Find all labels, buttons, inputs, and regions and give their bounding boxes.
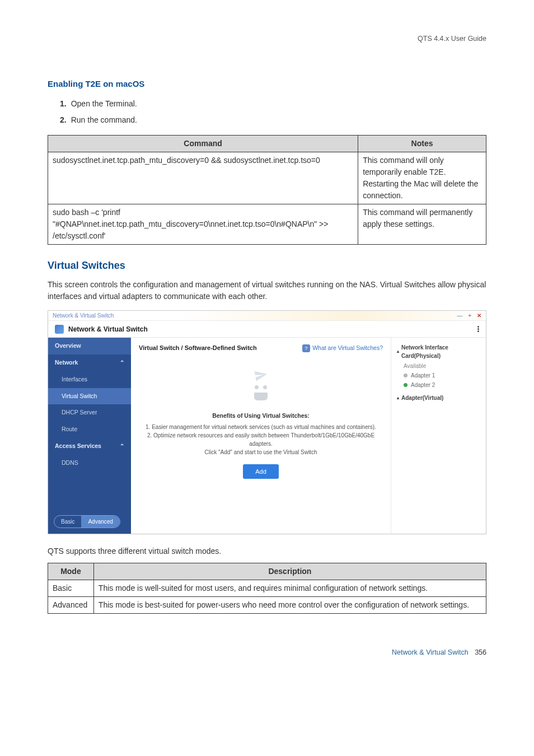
table-cell-desc: This mode is best-suited for power-users… xyxy=(93,597,486,614)
maximize-icon[interactable]: + xyxy=(468,311,471,320)
table-cell-notes: This command will only temporarily enabl… xyxy=(358,152,486,204)
virtual-group-header[interactable]: ▴Adapter(Virtual) xyxy=(397,394,480,402)
app-title: Network & Virtual Switch xyxy=(68,324,148,334)
table-header: Command xyxy=(48,136,358,152)
table-cell-command: sudosysctlnet.inet.tcp.path_mtu_discover… xyxy=(48,152,358,204)
caret-up-icon: ▴ xyxy=(397,348,399,355)
sidebar-item-overview[interactable]: Overview xyxy=(48,338,131,354)
table-header: Mode xyxy=(48,563,94,580)
status-dot-icon xyxy=(404,374,407,377)
table-cell-mode: Advanced xyxy=(48,597,94,614)
section-intro: This screen controls the configuration a… xyxy=(48,279,486,302)
page-footer: Network & Virtual Switch 356 xyxy=(48,647,486,658)
table-header: Description xyxy=(93,563,486,580)
step-item: 2.Run the command. xyxy=(60,114,486,126)
mode-tab-advanced[interactable]: Advanced xyxy=(81,516,119,528)
paper-plane-icon xyxy=(253,367,269,383)
status-dot-icon xyxy=(404,383,407,387)
step-number: 2. xyxy=(60,115,67,124)
section-heading-vswitch: Virtual Switches xyxy=(48,258,486,273)
sidebar-item-network[interactable]: Network⌃ xyxy=(48,354,131,371)
app-bar: Network & Virtual Switch xyxy=(48,321,486,338)
table-cell-desc: This mode is well-suited for most users,… xyxy=(93,580,486,597)
adapter-item[interactable]: Adapter 2 xyxy=(404,381,480,389)
footer-page-number: 356 xyxy=(475,648,486,656)
caret-up-icon: ▴ xyxy=(397,395,399,402)
empty-state-illustration xyxy=(139,368,383,400)
benefit-line: 2. Optimize network resources and easily… xyxy=(139,431,383,448)
sidebar: Overview Network⌃ Interfaces Virtual Swi… xyxy=(48,338,131,534)
nic-available-label: Available xyxy=(404,362,480,370)
sidebar-item-interfaces[interactable]: Interfaces xyxy=(48,371,131,388)
right-panel: ▴Network Interface Card(Physical) Availa… xyxy=(391,338,486,534)
sidebar-item-access[interactable]: Access Services⌃ xyxy=(48,438,131,455)
help-link[interactable]: ? What are Virtual Switches? xyxy=(302,344,383,353)
modes-table: Mode Description Basic This mode is well… xyxy=(48,563,486,614)
steps-list: 1.Open the Terminal. 2.Run the command. xyxy=(48,98,486,126)
benefit-line: Click "Add" and start to use the Virtual… xyxy=(139,448,383,456)
minimize-icon[interactable]: — xyxy=(457,311,462,320)
command-table: Command Notes sudosysctlnet.inet.tcp.pat… xyxy=(48,135,486,245)
main-panel: Virtual Switch / Software-Defined Switch… xyxy=(131,338,391,534)
chevron-up-icon: ⌃ xyxy=(120,358,124,367)
server-icon xyxy=(254,393,268,400)
table-row: sudosysctlnet.inet.tcp.path_mtu_discover… xyxy=(48,152,486,204)
step-text: Run the command. xyxy=(71,115,137,124)
sidebar-item-ddns[interactable]: DDNS xyxy=(48,455,131,472)
dots-icon xyxy=(255,385,267,389)
sidebar-item-virtual-switch[interactable]: Virtual Switch xyxy=(48,388,131,405)
more-menu-icon[interactable] xyxy=(477,326,479,332)
table-row: Advanced This mode is best-suited for po… xyxy=(48,597,486,614)
chevron-up-icon: ⌃ xyxy=(120,442,124,450)
step-number: 1. xyxy=(60,99,67,108)
breadcrumb: Virtual Switch / Software-Defined Switch xyxy=(139,343,257,353)
help-icon: ? xyxy=(302,344,310,352)
table-row: Basic This mode is well-suited for most … xyxy=(48,580,486,597)
step-item: 1.Open the Terminal. xyxy=(60,98,486,110)
app-icon xyxy=(55,325,64,334)
window-title: Network & Virtual Switch xyxy=(53,311,114,320)
mode-tab-basic[interactable]: Basic xyxy=(54,516,81,528)
table-header: Notes xyxy=(358,136,486,152)
modes-caption: QTS supports three different virtual swi… xyxy=(48,545,486,557)
adapter-item[interactable]: Adapter 1 xyxy=(404,371,480,380)
table-cell-notes: This command will permanently apply thes… xyxy=(358,204,486,245)
benefits-block: Benefits of Using Virtual Switches: 1. E… xyxy=(139,412,383,456)
doc-header: QTS 4.4.x User Guide xyxy=(48,34,486,44)
table-cell-command: sudo bash –c 'printf "#QNAP\nnet.inet.tc… xyxy=(48,204,358,245)
sidebar-item-dhcp[interactable]: DHCP Server xyxy=(48,404,131,421)
section-heading-t2e: Enabling T2E on macOS xyxy=(48,78,486,91)
benefit-line: 1. Easier management for virtual network… xyxy=(139,423,383,431)
window-titlebar: Network & Virtual Switch — + ✕ xyxy=(48,311,486,321)
close-icon[interactable]: ✕ xyxy=(477,311,481,320)
nic-group-header[interactable]: ▴Network Interface Card(Physical) xyxy=(397,343,480,360)
mode-toggle[interactable]: Basic Advanced xyxy=(54,515,120,528)
sidebar-item-route[interactable]: Route xyxy=(48,421,131,438)
step-text: Open the Terminal. xyxy=(71,99,137,108)
table-cell-mode: Basic xyxy=(48,580,94,597)
footer-section: Network & Virtual Switch xyxy=(392,648,469,656)
table-row: sudo bash –c 'printf "#QNAP\nnet.inet.tc… xyxy=(48,204,486,245)
app-screenshot: Network & Virtual Switch — + ✕ Network &… xyxy=(48,310,486,534)
benefits-heading: Benefits of Using Virtual Switches: xyxy=(139,412,383,421)
add-button[interactable]: Add xyxy=(243,464,279,479)
